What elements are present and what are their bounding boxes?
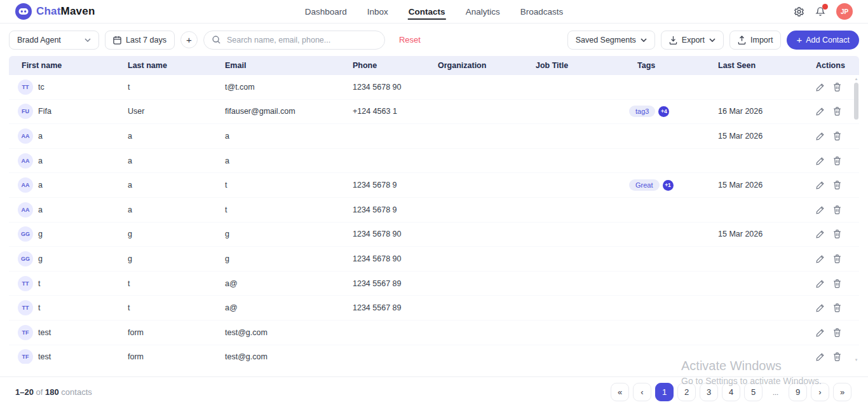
- nav-inbox[interactable]: Inbox: [367, 1, 389, 22]
- delete-trash-icon[interactable]: [833, 205, 841, 214]
- col-first-name: First name: [9, 61, 128, 70]
- page-last[interactable]: »: [833, 383, 851, 401]
- tag-pill[interactable]: tag3: [629, 106, 655, 117]
- edit-pencil-icon[interactable]: [816, 328, 825, 337]
- add-contact-button[interactable]: + Add Contact: [787, 31, 859, 50]
- nav-contacts[interactable]: Contacts: [408, 1, 446, 22]
- email-cell: test@g.com: [225, 328, 353, 337]
- page-1[interactable]: 1: [655, 383, 674, 401]
- page-next[interactable]: ›: [811, 383, 829, 401]
- search-input[interactable]: [203, 31, 385, 50]
- delete-trash-icon[interactable]: [833, 230, 841, 238]
- calendar-icon: [113, 36, 121, 45]
- chevron-down-icon: [709, 38, 715, 42]
- more-tags-badge[interactable]: +1: [663, 180, 674, 191]
- table-row[interactable]: TT tc t t@t.com 1234 5678 90: [9, 75, 859, 100]
- last-seen-cell: 15 Mar 2026: [709, 181, 807, 190]
- page-3[interactable]: 3: [700, 383, 718, 401]
- tag-pill[interactable]: Great: [629, 179, 660, 191]
- delete-trash-icon[interactable]: [833, 254, 841, 263]
- edit-pencil-icon[interactable]: [816, 205, 825, 214]
- add-filter-button[interactable]: +: [180, 31, 198, 48]
- import-button[interactable]: Import: [729, 31, 781, 50]
- delete-trash-icon[interactable]: [833, 181, 841, 190]
- contacts-page: ChatMaven Dashboard Inbox Contacts Analy…: [0, 0, 868, 407]
- delete-trash-icon[interactable]: [833, 352, 841, 361]
- table-row[interactable]: AA a a t 1234 5678 9 Great+1 15 Mar 2026: [9, 173, 859, 198]
- edit-pencil-icon[interactable]: [816, 303, 825, 312]
- search-icon: [212, 35, 221, 45]
- edit-pencil-icon[interactable]: [816, 254, 825, 263]
- saved-segments-dropdown[interactable]: Saved Segments: [567, 31, 655, 50]
- table-row[interactable]: GG g g g 1234 5678 90 15 Mar 2026: [9, 223, 859, 247]
- last-name-cell: t: [128, 83, 225, 92]
- scroll-up-icon[interactable]: ▴: [853, 76, 859, 81]
- date-range-button[interactable]: Last 7 days: [105, 31, 175, 50]
- notifications-bell-icon[interactable]: [815, 6, 825, 17]
- delete-trash-icon[interactable]: [833, 156, 841, 165]
- edit-pencil-icon[interactable]: [816, 279, 825, 288]
- total-value: 180: [45, 387, 59, 397]
- delete-trash-icon[interactable]: [833, 303, 841, 312]
- nav-analytics[interactable]: Analytics: [465, 1, 501, 22]
- chatmaven-logo-icon: [15, 3, 32, 20]
- of-label: of: [36, 387, 43, 397]
- contact-avatar: AA: [18, 128, 33, 144]
- table-row[interactable]: TT t t a@ 1234 5567 89: [9, 272, 859, 296]
- delete-trash-icon[interactable]: [833, 279, 841, 288]
- edit-pencil-icon[interactable]: [816, 352, 825, 361]
- table-row[interactable]: FU Fifa User fifauser@gmail.com +124 456…: [9, 100, 859, 125]
- page-9[interactable]: 9: [789, 383, 807, 401]
- nav-broadcasts[interactable]: Broadcasts: [520, 1, 564, 22]
- scrollbar-thumb[interactable]: [854, 83, 858, 120]
- settings-gear-icon[interactable]: [794, 6, 804, 17]
- page-2[interactable]: 2: [677, 383, 696, 401]
- table-row[interactable]: GG g g g 1234 5678 90: [9, 247, 859, 272]
- contact-avatar: TT: [18, 300, 33, 315]
- page-5[interactable]: 5: [744, 383, 763, 401]
- email-cell: g: [225, 254, 353, 263]
- pagination: «‹12345...9›»: [611, 383, 851, 401]
- edit-pencil-icon[interactable]: [816, 107, 825, 116]
- table-row[interactable]: AA a a t 1234 5678 9: [9, 198, 859, 223]
- table-body: TT tc t t@t.com 1234 5678 90 FU: [9, 75, 859, 364]
- col-last-seen: Last Seen: [709, 61, 807, 70]
- last-name-cell: g: [128, 230, 225, 238]
- last-name-cell: t: [128, 303, 225, 312]
- first-name-cell: test: [38, 352, 51, 361]
- email-cell: fifauser@gmail.com: [225, 107, 353, 116]
- first-name-cell: t: [38, 279, 40, 288]
- edit-pencil-icon[interactable]: [816, 181, 825, 190]
- page-first[interactable]: «: [611, 383, 629, 401]
- table-row[interactable]: TF test form test@g.com: [9, 321, 859, 345]
- edit-pencil-icon[interactable]: [816, 83, 825, 92]
- contact-avatar: GG: [18, 226, 33, 242]
- agent-select[interactable]: Bradd Agent: [9, 31, 99, 50]
- nav-dashboard[interactable]: Dashboard: [304, 1, 348, 22]
- edit-pencil-icon[interactable]: [816, 132, 825, 141]
- delete-trash-icon[interactable]: [833, 328, 841, 337]
- contact-avatar: TF: [18, 325, 33, 340]
- scroll-down-icon[interactable]: ▾: [853, 357, 859, 362]
- filter-bar: Bradd Agent Last 7 days + Reset Saved Se…: [0, 24, 868, 56]
- table-row[interactable]: AA a a a 15 Mar 2026: [9, 124, 859, 149]
- edit-pencil-icon[interactable]: [816, 230, 825, 238]
- page-prev[interactable]: ‹: [633, 383, 651, 401]
- reset-filters-link[interactable]: Reset: [399, 35, 421, 45]
- table-row[interactable]: TT t t a@ 1234 5567 89: [9, 296, 859, 321]
- delete-trash-icon[interactable]: [833, 132, 841, 141]
- more-tags-badge[interactable]: +4: [658, 106, 669, 117]
- export-dropdown[interactable]: Export: [661, 31, 724, 50]
- delete-trash-icon[interactable]: [833, 107, 841, 116]
- main-nav: Dashboard Inbox Contacts Analytics Broad…: [304, 0, 564, 23]
- table-scrollbar[interactable]: ▴ ▾: [853, 76, 859, 362]
- delete-trash-icon[interactable]: [833, 83, 841, 92]
- user-avatar[interactable]: JP: [836, 3, 853, 20]
- table-row[interactable]: TF test form test@g.com: [9, 345, 859, 364]
- brand-logo[interactable]: ChatMaven: [15, 3, 95, 20]
- table-row[interactable]: AA a a a: [9, 149, 859, 174]
- page-4[interactable]: 4: [722, 383, 740, 401]
- edit-pencil-icon[interactable]: [816, 156, 825, 165]
- first-name-cell: a: [38, 132, 43, 141]
- email-cell: t@t.com: [225, 83, 353, 92]
